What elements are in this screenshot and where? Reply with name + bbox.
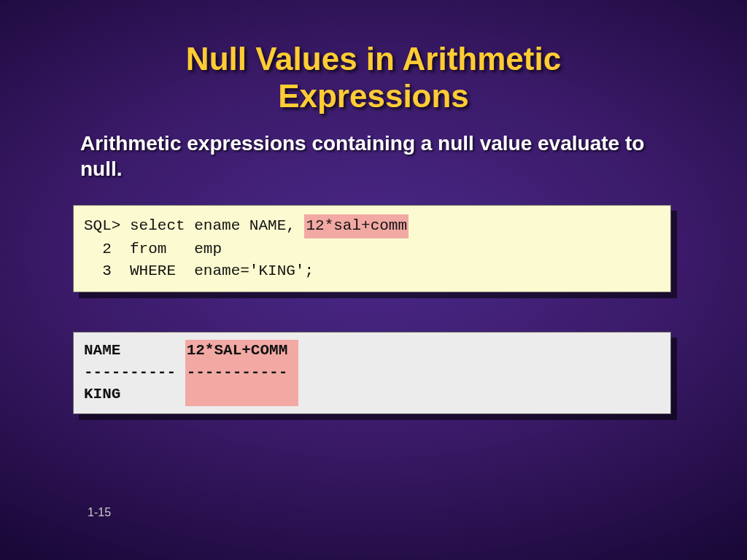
page-number: 1-15 (88, 506, 111, 519)
code-highlight: 12*sal+comm (304, 214, 409, 238)
slide-subtitle: Arithmetic expressions containing a null… (80, 131, 649, 182)
title-line2: Expressions (278, 78, 469, 114)
out-col1: NAME (84, 342, 185, 359)
code-line2: 2 from emp (84, 241, 222, 257)
title-line1: Null Values in Arithmetic (186, 41, 561, 77)
code-line3: 3 WHERE ename='KING'; (84, 262, 314, 279)
out-col2-highlight: 12*SAL+COMM (185, 340, 298, 362)
out-div2-highlight: ----------- (185, 362, 298, 384)
out-val2-highlight (185, 384, 298, 405)
out-div1: ---------- (84, 364, 185, 381)
slide-title: Null Values in Arithmetic Expressions (0, 0, 747, 114)
out-val1: KING (84, 386, 185, 402)
sql-code-box: SQL> select ename NAME, 12*sal+comm 2 fr… (73, 205, 671, 292)
code-pre1: SQL> select ename NAME, (84, 217, 304, 234)
sql-output-box: NAME 12*SAL+COMM ---------- ----------- … (73, 332, 671, 414)
